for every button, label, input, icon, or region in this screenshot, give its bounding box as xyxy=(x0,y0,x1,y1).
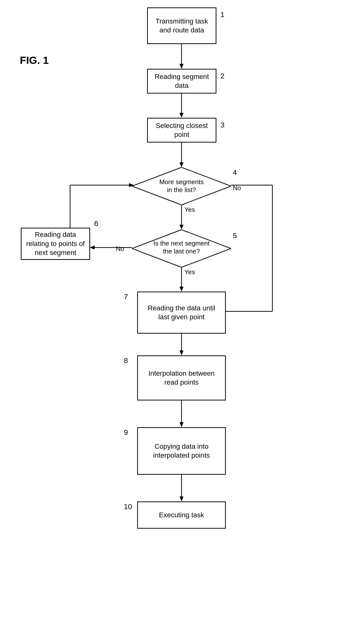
step8-box: Interpolation between read points xyxy=(137,356,226,400)
step2-label: Reading segment data xyxy=(152,72,212,90)
step10-box: Executing task xyxy=(137,502,226,529)
step6-number: 6 xyxy=(94,219,98,228)
svg-text:More segments: More segments xyxy=(159,178,204,186)
svg-marker-1 xyxy=(180,64,183,69)
svg-marker-11 xyxy=(180,350,183,356)
step7-number: 7 xyxy=(124,292,128,301)
step5-no-label: No xyxy=(116,245,124,253)
figure-label: FIG. 1 xyxy=(20,54,49,66)
step8-label: Interpolation between read points xyxy=(142,369,221,387)
step2-box: Reading segment data xyxy=(147,69,216,94)
svg-marker-21 xyxy=(90,246,95,250)
step3-label: Selecting closest point xyxy=(152,121,212,139)
step1-box: Transmitting task and route data xyxy=(147,8,216,44)
svg-marker-15 xyxy=(180,496,183,502)
step8-number: 8 xyxy=(124,356,128,365)
step2-number: 2 xyxy=(220,72,225,80)
svg-text:in the list?: in the list? xyxy=(167,186,196,194)
step5-number: 5 xyxy=(233,232,237,240)
svg-marker-3 xyxy=(180,113,183,118)
step10-label: Executing task xyxy=(159,510,204,520)
step4-no-label: No xyxy=(233,184,241,192)
step4-diamond-svg: More segments in the list? xyxy=(132,167,231,205)
step4-number: 4 xyxy=(233,168,237,177)
svg-marker-7 xyxy=(180,225,183,230)
step3-box: Selecting closest point xyxy=(147,118,216,142)
step9-number: 9 xyxy=(124,428,128,436)
step7-label: Reading the data until last given point xyxy=(142,304,221,322)
svg-text:Is the next segment: Is the next segment xyxy=(154,240,210,247)
step1-label: Transmitting task and route data xyxy=(152,17,212,35)
svg-marker-9 xyxy=(180,286,183,292)
step7-box: Reading the data until last given point xyxy=(137,292,226,334)
step10-number: 10 xyxy=(124,502,132,511)
svg-text:the last one?: the last one? xyxy=(163,248,200,255)
step9-label: Copying data into interpolated points xyxy=(142,442,221,460)
step3-number: 3 xyxy=(220,121,225,129)
step6-box: Reading data relating to points of next … xyxy=(21,228,90,260)
step9-box: Copying data into interpolated points xyxy=(137,427,226,475)
diagram-container: FIG. 1 xyxy=(0,0,363,644)
step4-yes-label: Yes xyxy=(184,206,195,214)
step5-diamond-svg: Is the next segment the last one? xyxy=(132,230,231,267)
svg-marker-5 xyxy=(180,162,183,167)
step1-number: 1 xyxy=(220,10,225,19)
svg-marker-13 xyxy=(180,422,183,427)
step6-label: Reading data relating to points of next … xyxy=(26,230,85,257)
step5-yes-label: Yes xyxy=(184,268,195,276)
